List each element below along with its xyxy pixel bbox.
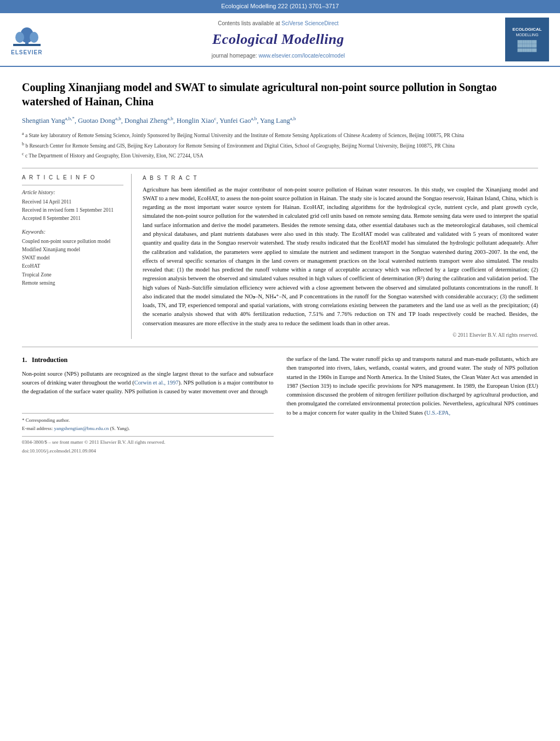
authors-line: Shengtian Yanga,b,*, Guotao Donga,b, Don… — [22, 115, 538, 126]
affiliation-c: c c The Department of History and Geogra… — [22, 151, 538, 160]
keyword-1: Coupled non-point source pollution model — [22, 238, 123, 245]
history-received: Received 14 April 2011 — [22, 199, 123, 206]
svg-rect-4 — [13, 44, 41, 46]
main-content: Coupling Xinanjiang model and SWAT to si… — [0, 67, 560, 465]
email-link[interactable]: yangshengtian@bnu.edu.cn — [54, 426, 109, 431]
sciverse-link[interactable]: SciVerse ScienceDirect — [281, 20, 338, 26]
journal-citation-text: Ecological Modelling 222 (2011) 3701–371… — [221, 3, 339, 9]
footnote-area: * Corresponding author. E-mail address: … — [22, 413, 274, 433]
bottom-strip: 0304-3800/$ – see front matter © 2011 El… — [22, 436, 274, 446]
abstract-col: A B S T R A C T Agriculture has been ide… — [143, 174, 538, 340]
article-info-heading: A R T I C L E I N F O — [22, 174, 123, 182]
history-accepted: Accepted 8 September 2011 — [22, 215, 123, 222]
abstract-heading: A B S T R A C T — [143, 174, 538, 182]
keyword-4: EcoHAT — [22, 263, 123, 270]
article-title: Coupling Xinanjiang model and SWAT to si… — [22, 80, 538, 109]
keyword-6: Remote sensing — [22, 280, 123, 287]
email-note: E-mail address: yangshengtian@bnu.edu.cn… — [22, 425, 274, 433]
logo-eco-subtitle: MODELLING — [516, 33, 538, 37]
elsevier-label: ELSEVIER — [11, 49, 42, 56]
section-title-intro: 1. Introduction — [22, 355, 274, 365]
intro-left-text: Non-point source (NPS) pollutants are re… — [22, 370, 274, 397]
sciverse-line: Contents lists available at SciVerse Sci… — [51, 20, 505, 27]
keyword-3: SWAT model — [22, 254, 123, 262]
doi-line: doi:10.1016/j.ecolmodel.2011.09.004 — [22, 448, 274, 455]
journal-header: ELSEVIER Contents lists available at Sci… — [0, 13, 560, 67]
article-history-title: Article history: — [22, 189, 123, 196]
affiliation-a: a a State key laboratory of Remote Sensi… — [22, 131, 538, 139]
body-right-col: the surface of the land. The water runof… — [287, 355, 539, 455]
elsevier-tree-icon — [13, 23, 41, 48]
elsevier-logo: ELSEVIER — [11, 23, 42, 56]
homepage-link[interactable]: www.elsevier.com/locate/ecolmodel — [258, 53, 344, 59]
article-info-abstract-section: A R T I C L E I N F O Article history: R… — [22, 168, 538, 340]
corwin-ref-link[interactable]: Corwin et al., 1997 — [134, 380, 179, 386]
intro-right-text: the surface of the land. The water runof… — [287, 355, 539, 417]
abstract-text: Agriculture has been identified as the m… — [143, 185, 538, 328]
section-divider — [22, 347, 538, 347]
body-section: 1. Introduction Non-point source (NPS) p… — [22, 355, 538, 455]
keyword-2: Modified Xinanjiang model — [22, 246, 123, 253]
journal-citation-header: Ecological Modelling 222 (2011) 3701–371… — [0, 0, 560, 13]
keyword-5: Tropical Zone — [22, 271, 123, 279]
article-info-col: A R T I C L E I N F O Article history: R… — [22, 174, 132, 340]
corresponding-author-note: * Corresponding author. — [22, 417, 274, 425]
history-revised: Received in revised form 1 September 201… — [22, 207, 123, 214]
body-left-col: 1. Introduction Non-point source (NPS) p… — [22, 355, 274, 455]
logo-decoration: ▓▓▓▓▓▓▓▓▓▓▓▓▓▓▓▓▓▓▓▓▓▓▓▓ — [518, 40, 537, 53]
svg-point-3 — [30, 32, 38, 43]
affiliations: a a State key laboratory of Remote Sensi… — [22, 131, 538, 160]
logo-eco-title: ECOLOGICAL — [512, 27, 541, 32]
homepage-line: journal homepage: www.elsevier.com/locat… — [51, 52, 505, 60]
usepa-ref-link[interactable]: U.S.-EPA, — [426, 410, 450, 416]
copyright-line: © 2011 Elsevier B.V. All rights reserved… — [143, 331, 538, 339]
journal-title: Ecological Modelling — [51, 30, 505, 49]
keywords-heading: Keywords: — [22, 228, 123, 236]
svg-point-2 — [15, 32, 24, 43]
journal-header-center: Contents lists available at SciVerse Sci… — [51, 20, 505, 59]
affiliation-b: b b Research Center for Remote Sensing a… — [22, 141, 538, 150]
issn-text: 0304-3800/$ – see front matter © 2011 El… — [22, 439, 165, 446]
journal-logo-right: ECOLOGICAL MODELLING ▓▓▓▓▓▓▓▓▓▓▓▓▓▓▓▓▓▓▓… — [505, 18, 549, 61]
